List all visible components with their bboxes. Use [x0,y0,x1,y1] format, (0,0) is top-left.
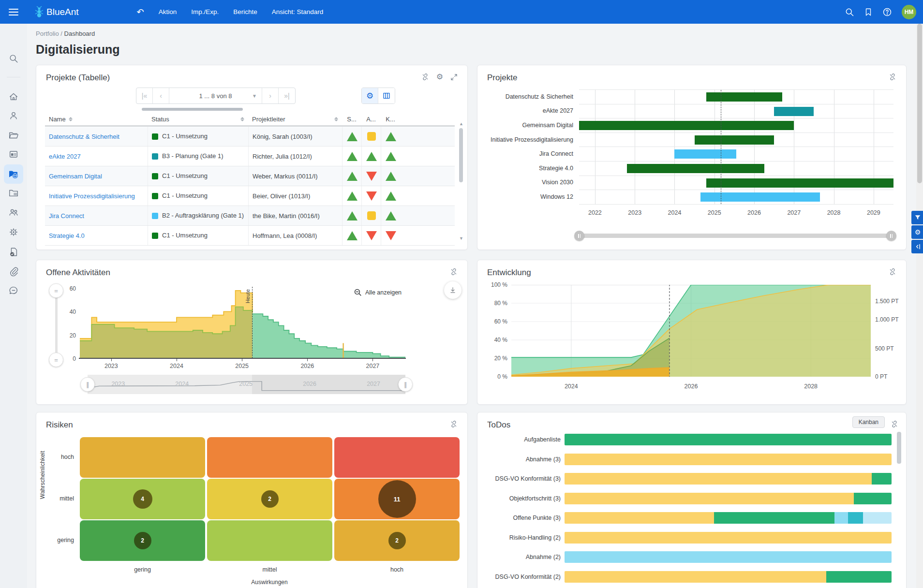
risk-bubble[interactable]: 2 [261,490,279,508]
gear-icon[interactable]: ⚙ [436,73,443,81]
gantt-bar[interactable] [579,121,794,130]
gantt-bar[interactable] [700,192,820,202]
pagination-prev-button[interactable]: ‹ [153,88,169,103]
collapse-panel-button[interactable] [911,240,923,253]
gantt-time-scrollbar[interactable] [574,231,896,240]
sidebar-item-chat[interactable] [4,281,23,300]
unlink-icon[interactable] [889,268,896,276]
sidebar-item-attachments[interactable] [4,262,23,281]
breadcrumb-portfolio[interactable]: Portfolio [36,30,59,37]
project-name-link[interactable]: Datenschutz & Sicherheit [45,133,148,140]
back-icon[interactable]: ↶ [137,8,144,16]
table-settings-button[interactable]: ⚙ [362,88,378,103]
table-horizontal-scrollbar[interactable] [142,108,243,111]
todo-bar[interactable] [565,571,892,583]
project-name-link[interactable]: eAkte 2027 [45,153,148,160]
app-logo[interactable]: BlueAnt [34,6,79,18]
pagination-range-dropdown[interactable]: 1 ... 8 von 8▼ [169,88,262,103]
activities-range-navigator[interactable]: 20232024202520262027 [88,375,405,394]
project-name-link[interactable]: Jira Connect [45,212,148,220]
menu-berichte[interactable]: Berichte [233,8,257,15]
page-scrollbar[interactable] [916,24,923,588]
column-header-status[interactable]: Status [151,116,169,123]
unlink-icon[interactable] [421,73,429,81]
todo-bar[interactable] [565,434,892,445]
filter-button[interactable] [911,211,923,224]
unlink-icon[interactable] [450,268,458,276]
column-header-k[interactable]: K... [386,116,395,123]
indicator-cell [361,226,381,245]
table-vertical-scrollbar[interactable]: ▲▼ [459,121,463,241]
hamburger-menu-icon[interactable] [0,7,27,17]
risk-bubble[interactable]: 11 [378,480,416,518]
sidebar-item-board[interactable] [4,145,23,164]
column-header-s[interactable]: S... [347,116,357,123]
risk-bubble[interactable]: 2 [388,532,406,549]
unlink-icon[interactable] [450,420,458,428]
panel-title: Risiken [46,420,73,430]
menu-ansicht[interactable]: Ansicht: Standard [272,8,324,15]
sidebar-item-document-check[interactable] [4,242,23,262]
sidebar-search-icon[interactable] [4,49,23,68]
pagination-first-button[interactable]: |« [136,88,153,103]
kanban-button[interactable]: Kanban [852,416,885,428]
navigator-right-handle[interactable]: ∥ [398,377,413,392]
menu-aktion[interactable]: Aktion [159,8,177,15]
table-columns-button[interactable] [378,88,395,103]
gantt-bar[interactable] [674,149,736,159]
risk-bubble[interactable]: 4 [133,489,152,509]
sidebar-item-projects[interactable] [4,126,23,145]
column-header-name[interactable]: Name [49,116,66,123]
column-header-projektleiter[interactable]: Projektleiter [252,116,285,123]
sidebar-item-operations[interactable] [4,222,23,242]
todos-vertical-scrollbar[interactable] [897,432,901,577]
pagination-last-button[interactable]: »| [279,88,295,103]
bookmark-icon[interactable] [864,7,873,17]
sort-icon[interactable] [240,117,244,121]
gantt-bar[interactable] [695,135,774,145]
risk-cell[interactable] [334,437,460,478]
gantt-bar[interactable] [706,178,893,188]
sidebar-item-person[interactable] [4,106,23,125]
todo-bar[interactable] [565,493,892,504]
todo-bar[interactable] [565,454,892,465]
sidebar-item-home[interactable] [4,87,23,106]
menu-imp-exp[interactable]: Imp./Exp. [191,8,219,15]
unlink-icon[interactable] [891,420,898,428]
sidebar-item-portfolio[interactable] [4,164,23,184]
todo-bar[interactable] [565,512,892,524]
gantt-bar[interactable] [706,92,782,102]
download-button[interactable] [444,281,462,299]
gantt-scroll-right-handle[interactable] [886,231,896,241]
risk-cell[interactable] [80,437,205,478]
gantt-bar[interactable] [627,164,764,173]
todo-bar[interactable] [565,532,892,544]
settings-button[interactable]: ⚙ [911,225,923,239]
show-all-button[interactable]: Alle anzeigen [354,288,402,296]
sidebar-item-folder-list[interactable] [4,183,23,203]
gantt-bar[interactable] [774,107,814,116]
project-name-link[interactable]: Strategie 4.0 [45,232,148,239]
risk-cell[interactable] [207,437,332,478]
todo-bar[interactable] [565,473,892,485]
activities-x-tick: 2024 [170,363,183,369]
gantt-year-label: 2024 [668,209,682,216]
search-icon[interactable] [845,7,854,17]
gantt-scroll-left-handle[interactable] [574,231,584,241]
sort-icon[interactable] [69,117,73,121]
help-icon[interactable] [882,7,892,17]
risk-cell[interactable] [207,520,332,561]
user-avatar[interactable]: HM [902,5,916,19]
sort-icon[interactable] [334,117,338,121]
top-menu: ↶ Aktion Imp./Exp. Berichte Ansicht: Sta… [137,8,324,16]
expand-icon[interactable] [450,74,458,81]
pagination-next-button[interactable]: › [262,88,279,103]
navigator-left-handle[interactable]: ∥ [80,377,95,392]
todo-bar[interactable] [565,551,892,563]
sidebar-item-team[interactable] [4,203,23,222]
project-name-link[interactable]: Initiative Prozessdigitalisierung [45,192,148,200]
column-header-a[interactable]: A... [366,116,376,123]
project-name-link[interactable]: Gemeinsam Digital [45,173,148,180]
risk-bubble[interactable]: 2 [134,532,151,549]
unlink-icon[interactable] [889,73,896,81]
